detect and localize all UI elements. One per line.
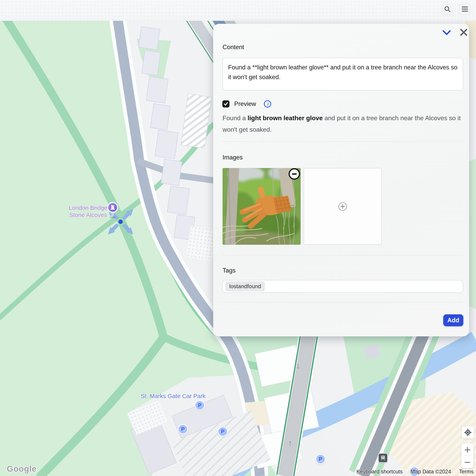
parking-icon[interactable]: P <box>178 424 188 434</box>
poi-label-london-bridge-stone-alcoves[interactable]: London Bridge Stone Alcoves <box>62 204 114 219</box>
preview-text-prefix: Found a <box>222 114 248 121</box>
content-label: Content <box>222 44 244 51</box>
image-thumbnail-glove[interactable] <box>222 168 301 245</box>
tags-label: Tags <box>222 267 236 274</box>
preview-label: Preview <box>234 100 256 107</box>
add-image-tile[interactable] <box>304 168 382 245</box>
tag-chip[interactable]: lostandfound <box>225 281 265 291</box>
tags-input[interactable]: lostandfound <box>222 280 463 293</box>
divider <box>222 141 463 142</box>
keyboard-shortcuts-link[interactable]: Keyboard shortcuts <box>357 469 403 475</box>
zoom-in-button[interactable]: + <box>461 443 474 456</box>
zoom-out-button[interactable]: − <box>461 456 474 468</box>
terms-link[interactable]: Terms <box>459 469 474 475</box>
zoom-control: + − <box>461 443 474 468</box>
preview-text-bold: light brown leather glove <box>248 114 323 121</box>
search-icon <box>444 6 451 13</box>
preview-row: Preview i <box>222 100 272 108</box>
content-textarea[interactable]: Found a **light brown leather glove** an… <box>222 58 463 90</box>
my-location-button[interactable] <box>462 426 474 439</box>
google-watermark[interactable]: Google <box>7 464 37 474</box>
parking-icon[interactable]: P <box>218 426 228 437</box>
add-button[interactable]: Add <box>443 314 463 326</box>
close-x-icon <box>460 29 467 36</box>
menu-button[interactable] <box>459 3 471 15</box>
images-label: Images <box>222 154 243 161</box>
divider <box>222 302 463 303</box>
minus-icon <box>292 173 297 175</box>
poi-label-car-park[interactable]: St. Marks Gate Car Park <box>139 393 207 399</box>
map-attribution: Keyboard shortcuts Map Data ©2024 Terms <box>357 469 474 475</box>
map-data-copyright: Map Data ©2024 <box>410 469 451 475</box>
top-bar <box>0 0 476 21</box>
chevron-down-icon <box>442 30 451 35</box>
svg-text:i: i <box>267 101 269 107</box>
close-panel-button[interactable] <box>458 27 469 38</box>
parking-icon[interactable]: P <box>195 400 205 410</box>
transit-station-icon[interactable] <box>378 453 388 463</box>
poi-label-line2: Stone Alcoves <box>62 211 114 219</box>
divider <box>222 255 463 255</box>
search-button[interactable] <box>442 3 453 15</box>
plus-circle-icon <box>338 202 347 211</box>
preview-rendered-text: Found a light brown leather glove and pu… <box>222 112 463 135</box>
parking-icon[interactable]: P <box>315 454 326 464</box>
train-icon <box>380 455 386 460</box>
collapse-panel-button[interactable] <box>441 27 452 38</box>
preview-checkbox[interactable] <box>222 100 229 107</box>
edit-note-panel: Content Found a **light brown leather gl… <box>213 24 469 336</box>
highway-arrow-up: ↑ <box>288 438 292 448</box>
info-icon[interactable]: i <box>264 100 272 108</box>
crosshair-icon <box>464 429 472 436</box>
poi-label-line1: London Bridge <box>62 204 114 211</box>
hamburger-icon <box>462 6 468 12</box>
remove-image-button[interactable] <box>289 168 300 180</box>
checkmark-icon <box>223 102 228 106</box>
glove-photo <box>222 168 301 245</box>
highway-arrow-down: ↓ <box>296 361 300 371</box>
